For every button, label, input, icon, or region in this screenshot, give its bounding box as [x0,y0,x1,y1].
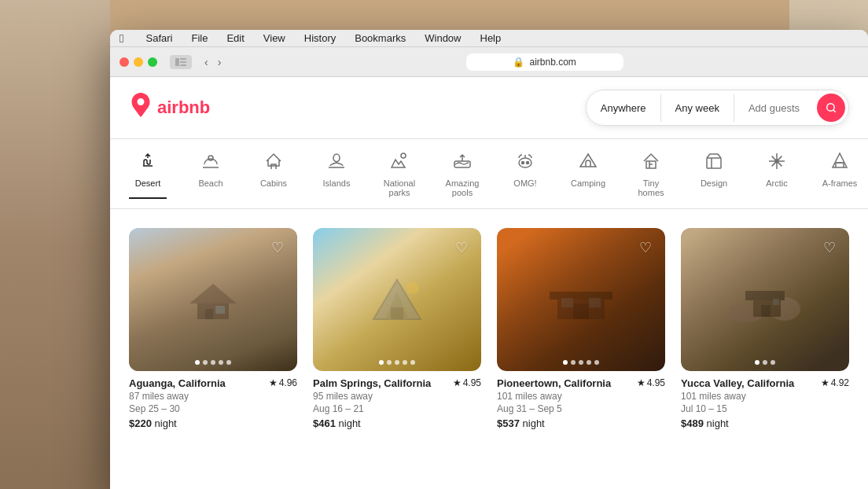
file-menu[interactable]: File [188,31,211,46]
dot-2-3 [395,360,399,365]
logo-text: airbnb [157,97,210,118]
address-bar[interactable]: 🔒 airbnb.com [466,53,623,71]
listing-distance-3: 101 miles away [497,391,665,402]
listing-card-3[interactable]: ♡ Pioneertown, California ★ 4.95 [497,228,665,429]
category-item-a-frames[interactable]: A-frames [821,152,859,199]
category-label-islands: Islands [323,178,351,188]
dot-4-1 [755,360,760,365]
svg-rect-2 [180,61,186,63]
minimize-button[interactable] [134,57,143,67]
search-button[interactable] [817,94,845,122]
close-button[interactable] [120,57,129,67]
airbnb-logo[interactable]: airbnb [129,93,210,123]
history-menu[interactable]: History [301,31,339,46]
category-item-design[interactable]: Design [695,152,733,199]
svg-rect-22 [573,303,589,319]
dot-4-2 [763,360,767,365]
svg-rect-14 [205,309,213,319]
dot-1-4 [219,360,223,365]
design-icon [704,152,723,174]
svg-rect-18 [391,307,403,319]
svg-rect-24 [589,298,601,307]
address-bar-container: 🔒 airbnb.com [230,53,859,71]
wishlist-button-3[interactable]: ♡ [634,236,657,259]
category-label-omg: OMG! [513,178,536,188]
wishlist-button-4[interactable]: ♡ [818,236,841,259]
listing-card-4[interactable]: ♡ Yucca Valley, California ★ 4.92 101 [681,228,849,429]
svg-rect-30 [773,299,779,305]
category-label-cabins: Cabins [260,178,287,188]
sidebar-toggle[interactable] [170,55,192,69]
category-item-national-parks[interactable]: National parks [381,152,418,208]
edit-menu[interactable]: Edit [223,31,247,46]
dot-3-4 [587,360,591,365]
dot-1-1 [195,360,200,365]
image-dots-4 [755,360,775,365]
category-item-islands[interactable]: Islands [318,152,355,199]
maximize-button[interactable] [148,57,157,67]
svg-rect-10 [707,158,721,168]
category-item-cabins[interactable]: Cabins [255,152,292,199]
safari-menu[interactable]: Safari [142,31,175,46]
category-item-omg[interactable]: OMG! [506,152,544,199]
listing-location-4: Yucca Valley, California [681,377,794,389]
a-frames-icon [830,152,849,174]
category-label-desert: Desert [135,178,160,188]
dot-1-5 [226,360,231,365]
listing-location-2: Palm Springs, California [313,377,431,389]
category-nav: Desert Beach Cabins [110,139,868,209]
dot-1-2 [203,360,208,365]
add-guests-button[interactable]: Add guests [734,94,814,122]
category-label-amazing-pools: Amazing pools [443,178,481,197]
listing-dates-1: Sep 25 – 30 [129,403,297,414]
category-label-tiny-homes: Tiny homes [632,178,670,197]
url-text: airbnb.com [529,57,576,68]
category-item-desert[interactable]: Desert [129,152,167,199]
apple-menu[interactable]:  [116,30,127,46]
category-item-camping[interactable]: Camping [569,152,607,199]
islands-icon [327,152,346,174]
listing-dates-3: Aug 31 – Sep 5 [497,403,665,414]
listing-location-1: Aguanga, California [129,377,226,389]
bookmarks-menu[interactable]: Bookmarks [351,31,409,46]
dot-3-1 [563,360,568,365]
national-parks-icon [390,152,409,174]
listing-price-4: $489 night [681,417,849,429]
category-item-amazing-pools[interactable]: Amazing pools [443,152,481,208]
svg-rect-0 [175,58,179,66]
svg-rect-1 [180,58,186,60]
help-menu[interactable]: Help [477,31,505,46]
back-button[interactable]: ‹ [201,54,211,70]
anywhere-button[interactable]: Anywhere [587,94,661,122]
wishlist-button-2[interactable]: ♡ [450,236,473,259]
listing-price-3: $537 night [497,417,665,429]
listing-header-1: Aguanga, California ★ 4.96 [129,377,297,389]
svg-point-6 [519,158,531,167]
listing-price-2: $461 night [313,417,481,429]
dot-2-1 [379,360,384,365]
svg-rect-21 [550,292,612,300]
svg-point-11 [775,160,778,163]
forward-button[interactable]: › [215,54,225,70]
category-item-tiny-homes[interactable]: Tiny homes [632,152,670,208]
view-menu[interactable]: View [260,31,289,46]
content-area: airbnb Anywhere Any week Add guests [110,77,868,489]
wishlist-button-1[interactable]: ♡ [266,236,289,259]
svg-point-8 [527,162,529,164]
search-bar: Anywhere Any week Add guests [586,90,849,126]
category-item-arctic[interactable]: Arctic [758,152,796,199]
any-week-button[interactable]: Any week [661,94,734,122]
category-label-camping: Camping [571,178,605,188]
svg-point-4 [208,156,213,160]
category-item-beach[interactable]: Beach [192,152,230,199]
listing-card-2[interactable]: ♡ Palm Springs, California ★ 4.95 [313,228,481,429]
category-label-national-parks: National parks [381,178,418,197]
dot-2-5 [410,360,415,365]
dot-1-3 [211,360,215,365]
listing-rating-2: ★ 4.95 [453,377,481,388]
listing-card-1[interactable]: ♡ Aguanga, California ★ 4.96 [129,228,297,429]
lock-icon: 🔒 [513,57,524,68]
image-dots-2 [379,360,415,365]
window-menu[interactable]: Window [421,31,464,46]
svg-rect-15 [215,306,225,314]
